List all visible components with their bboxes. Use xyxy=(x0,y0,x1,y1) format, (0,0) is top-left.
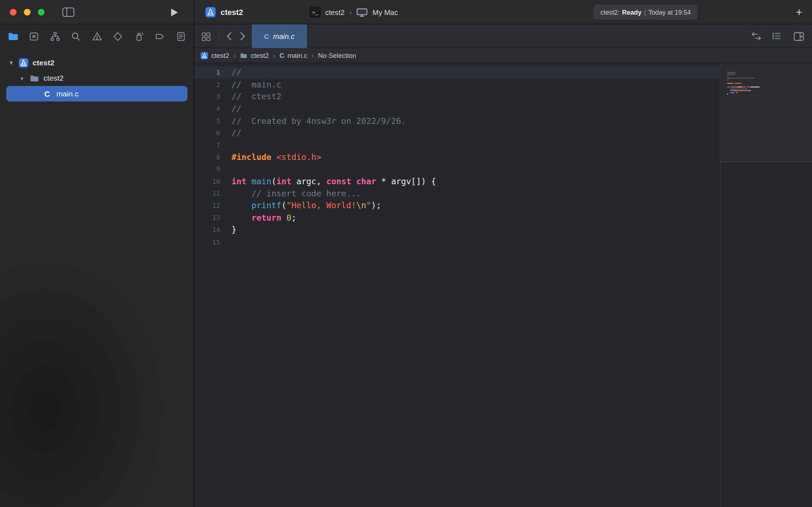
close-button[interactable] xyxy=(10,9,17,16)
breadcrumb-label: main.c xyxy=(287,51,307,59)
toggle-navigator-button[interactable] xyxy=(62,7,75,17)
status-time: Today at 19:54 xyxy=(648,9,691,16)
breadcrumb-separator-icon: › xyxy=(273,51,275,60)
related-items-icon[interactable] xyxy=(200,31,212,42)
editor-options-icon[interactable] xyxy=(771,30,783,42)
navigator-tab-bar xyxy=(0,24,194,48)
scheme-name[interactable]: ctest2 xyxy=(325,8,345,16)
code-text: // Created by 4nsw3r on 2022/9/26. xyxy=(231,116,406,126)
project-app-icon xyxy=(200,51,208,59)
code-line[interactable]: 8#include <stdio.h> xyxy=(194,151,720,163)
breadcrumb-ctest2[interactable]: ctest2 xyxy=(200,51,229,59)
breadcrumb-ctest2[interactable]: ctest2 xyxy=(240,51,269,59)
tree-item-ctest2[interactable]: ▾ctest2 xyxy=(0,70,194,86)
line-number: 9 xyxy=(194,165,220,173)
debug-navigator-icon[interactable] xyxy=(132,30,145,42)
code-text: // xyxy=(231,128,241,138)
line-number: 10 xyxy=(194,177,220,185)
source-editor[interactable]: 1//2// main.c3// ctest24//5// Created by… xyxy=(194,63,720,507)
breadcrumb-no-selection[interactable]: No Selection xyxy=(318,51,356,59)
report-navigator-icon[interactable] xyxy=(175,30,187,42)
line-number: 7 xyxy=(194,141,220,149)
code-text: // main.c xyxy=(231,80,281,90)
window-project-group: ctest2 xyxy=(205,0,243,24)
chevron-right-icon: › xyxy=(349,8,352,17)
minimize-button[interactable] xyxy=(24,9,31,16)
code-line[interactable]: 12 printf("Hello, World!\n"); xyxy=(194,200,720,212)
find-navigator-icon[interactable] xyxy=(70,30,82,42)
code-line[interactable]: 14} xyxy=(194,224,720,236)
status-state: Ready xyxy=(622,9,641,16)
code-line[interactable]: 1// xyxy=(194,66,720,79)
tab-label: main.c xyxy=(273,32,295,40)
c-file-icon: C xyxy=(280,51,285,59)
zoom-button[interactable] xyxy=(38,9,45,16)
breadcrumb-separator-icon: › xyxy=(311,51,314,60)
run-destination[interactable]: My Mac xyxy=(372,8,398,16)
tree-item-label: ctest2 xyxy=(44,74,64,82)
mac-icon xyxy=(356,7,368,17)
disclosure-chevron-icon[interactable]: ▾ xyxy=(8,59,14,66)
status-separator: | xyxy=(644,9,646,16)
sidebar-divider[interactable] xyxy=(194,0,194,507)
toolbar-separator xyxy=(219,31,219,41)
go-back-button[interactable] xyxy=(223,30,235,42)
tree-item-main.c[interactable]: Cmain.c xyxy=(6,86,187,102)
code-line[interactable]: 15 xyxy=(194,236,720,248)
breadcrumb-separator-icon: › xyxy=(234,51,236,60)
sidebar-shadow xyxy=(0,217,194,507)
line-number: 13 xyxy=(194,214,220,222)
jump-bar: ctest2›ctest2›Cmain.c›No Selection xyxy=(194,48,812,63)
c-file-icon: C xyxy=(44,89,50,98)
c-file-icon: C xyxy=(264,32,269,40)
tree-item-ctest2[interactable]: ▾ctest2 xyxy=(0,55,194,71)
go-forward-button[interactable] xyxy=(237,30,249,42)
code-line[interactable]: 2// main.c xyxy=(194,79,720,91)
tree-item-label: ctest2 xyxy=(32,59,54,67)
code-line[interactable]: 11 // insert code here... xyxy=(194,187,720,200)
issue-navigator-icon[interactable] xyxy=(91,30,103,42)
add-editor-icon[interactable] xyxy=(792,30,805,42)
code-lines: 1//2// main.c3// ctest24//5// Created by… xyxy=(194,66,720,248)
code-line[interactable]: 7 xyxy=(194,139,720,151)
screenshot-root: ctest2 >_ ctest2 › My Mac ctest2: Ready … xyxy=(0,0,812,507)
line-number: 4 xyxy=(194,105,220,112)
code-line[interactable]: 3// ctest2 xyxy=(194,90,720,102)
breadcrumb-label: ctest2 xyxy=(251,51,269,59)
code-line[interactable]: 6// xyxy=(194,127,720,139)
code-text: #include <stdio.h> xyxy=(231,152,321,162)
sidebar-icon xyxy=(62,7,75,17)
breakpoint-navigator-icon[interactable] xyxy=(154,30,166,42)
breadcrumb-main.c[interactable]: Cmain.c xyxy=(280,51,307,59)
code-review-icon[interactable] xyxy=(750,30,762,42)
activity-status[interactable]: ctest2: Ready | Today at 19:54 xyxy=(594,5,698,20)
code-text: // insert code here... xyxy=(231,189,361,199)
symbol-navigator-icon[interactable] xyxy=(49,30,61,42)
code-line[interactable]: 5// Created by 4nsw3r on 2022/9/26. xyxy=(194,115,720,127)
breadcrumb-label: No Selection xyxy=(318,51,356,59)
source-control-navigator-icon[interactable] xyxy=(28,30,40,42)
code-line[interactable]: 13 return 0; xyxy=(194,212,720,224)
code-text: // ctest2 xyxy=(231,92,281,102)
code-line[interactable]: 4// xyxy=(194,102,720,115)
code-text: printf("Hello, World!\n"); xyxy=(231,201,381,211)
run-button[interactable] xyxy=(169,7,180,17)
line-number: 15 xyxy=(194,238,220,246)
project-app-icon xyxy=(18,58,28,68)
test-navigator-icon[interactable] xyxy=(112,30,124,42)
line-number: 5 xyxy=(194,117,220,125)
titlebar: ctest2 >_ ctest2 › My Mac ctest2: Ready … xyxy=(0,0,812,24)
code-text: // xyxy=(231,104,241,114)
disclosure-chevron-icon[interactable]: ▾ xyxy=(19,75,25,82)
file-tree: ▾ctest2▾ctest2Cmain.c xyxy=(0,48,194,101)
library-add-button[interactable]: + xyxy=(793,6,805,19)
code-line[interactable]: 9 xyxy=(194,163,720,175)
code-line[interactable]: 10int main(int argc, const char * argv[]… xyxy=(194,175,720,187)
editor-tab-bar: C main.c xyxy=(194,24,812,48)
code-text: int main(int argc, const char * argv[]) … xyxy=(231,176,436,186)
scheme-selector[interactable]: >_ ctest2 › My Mac xyxy=(310,0,398,24)
tab-main-c[interactable]: C main.c xyxy=(251,24,307,48)
code-text: } xyxy=(231,225,236,235)
minimap[interactable] xyxy=(720,63,812,507)
project-navigator-icon[interactable] xyxy=(7,30,19,42)
